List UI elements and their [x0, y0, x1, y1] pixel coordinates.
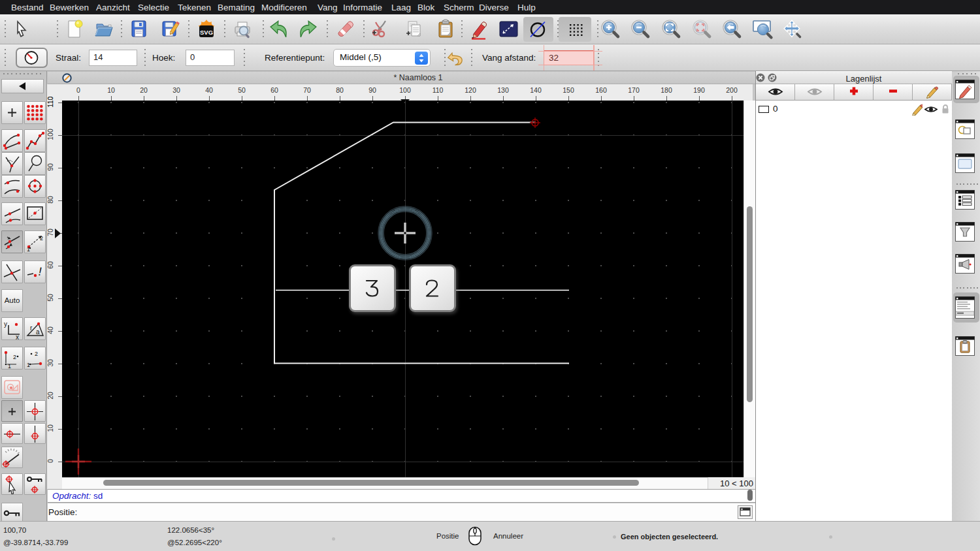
svg-text:SVG: SVG: [200, 29, 213, 36]
svg-text:1: 1: [8, 363, 11, 369]
svg-text:2: 2: [13, 354, 16, 360]
svg-text:a: a: [36, 328, 40, 336]
svg-text:y: y: [4, 321, 7, 328]
svg-text:!: !: [37, 265, 43, 279]
svg-text:1: 1: [27, 246, 30, 253]
svg-text:2: 2: [35, 351, 38, 357]
svg-text:x: x: [16, 334, 19, 339]
svg-text:2: 2: [40, 235, 43, 242]
